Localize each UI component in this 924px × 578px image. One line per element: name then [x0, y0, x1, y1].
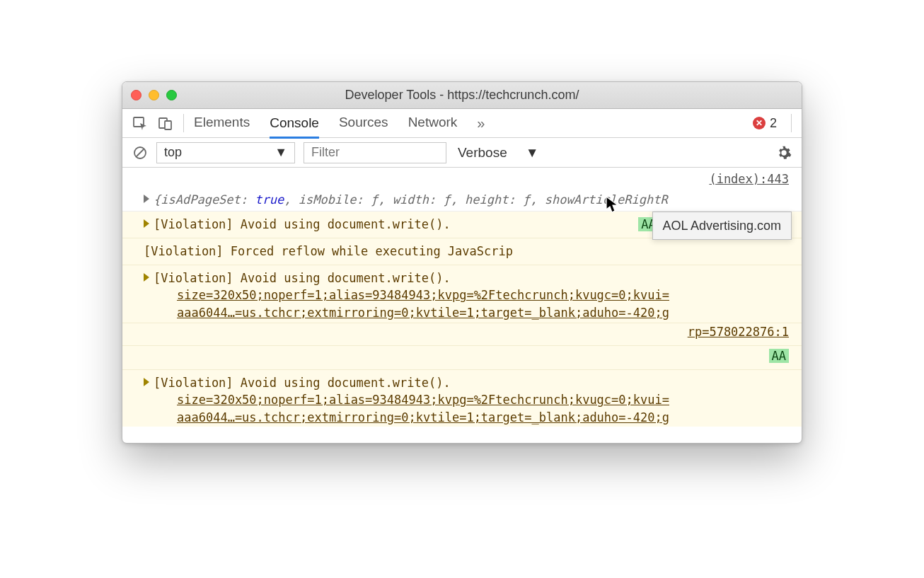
log-text: [Violation] Avoid using document.write()… [154, 376, 451, 390]
inspect-element-icon[interactable] [132, 115, 148, 131]
source-link[interactable]: (index):443 [709, 170, 789, 188]
expand-arrow-icon[interactable] [144, 273, 149, 282]
minimize-button[interactable] [149, 90, 159, 100]
tab-elements[interactable]: Elements [194, 115, 250, 132]
filter-input[interactable] [304, 142, 446, 163]
clear-console-icon[interactable] [132, 145, 148, 161]
url-fragment[interactable]: size=320x50;noperf=1;alias=93484943;kvpg… [144, 393, 669, 407]
log-row-object[interactable]: {isAdPageSet: true, isMobile: ƒ, width: … [122, 188, 802, 212]
device-toolbar-icon[interactable] [158, 115, 173, 131]
attribution-tooltip: AOL Advertising.com [652, 212, 792, 240]
error-count: 2 [770, 116, 777, 131]
level-value: Verbose [458, 145, 507, 161]
tab-network[interactable]: Network [408, 115, 458, 132]
devtools-window: Developer Tools - https://techcrunch.com… [122, 81, 802, 444]
chevron-down-icon: ▼ [275, 145, 287, 160]
zoom-button[interactable] [166, 90, 177, 100]
url-fragment[interactable]: aaa6044…=us.tchcr;extmirroring=0;kvtile=… [144, 306, 669, 320]
log-row-violation[interactable]: [Violation] Forced reflow while executin… [122, 238, 802, 265]
titlebar: Developer Tools - https://techcrunch.com… [122, 82, 802, 109]
tab-console[interactable]: Console [270, 115, 319, 139]
divider [791, 114, 792, 132]
tabbar: Elements Console Sources Network » ✕ 2 [122, 109, 802, 138]
url-fragment[interactable]: rp=578022876:1 [688, 325, 789, 339]
error-icon: ✕ [753, 117, 766, 129]
svg-line-4 [137, 149, 144, 156]
log-level-select[interactable]: Verbose ▼ [458, 145, 539, 161]
divider [183, 114, 184, 132]
traffic-lights [131, 90, 177, 100]
svg-rect-2 [165, 121, 171, 129]
close-button[interactable] [131, 90, 142, 100]
error-count-badge[interactable]: ✕ 2 [753, 116, 777, 131]
log-text: [Violation] Avoid using document.write()… [154, 271, 451, 285]
url-fragment[interactable]: aaa6044…=us.tchcr;extmirroring=0;kvtile=… [144, 410, 669, 424]
log-row-violation[interactable]: [Violation] Avoid using document.write()… [122, 370, 802, 427]
settings-icon[interactable] [776, 145, 792, 161]
expand-arrow-icon[interactable] [144, 219, 149, 228]
log-row-violation[interactable]: [Violation] Avoid using document.write()… [122, 265, 802, 324]
attribution-badge[interactable]: AA [769, 349, 789, 363]
console-toolbar: top ▼ Verbose ▼ [122, 138, 802, 168]
more-tabs-chevron[interactable]: » [477, 115, 485, 132]
console-body: (index):443 {isAdPageSet: true, isMobile… [122, 168, 802, 427]
log-row-badge: AA [122, 346, 802, 370]
log-row-continuation: rp=578022876:1 [122, 323, 802, 346]
tab-sources[interactable]: Sources [339, 115, 388, 132]
context-value: top [164, 145, 182, 160]
expand-arrow-icon[interactable] [144, 378, 149, 386]
window-title: Developer Tools - https://techcrunch.com… [122, 88, 802, 103]
log-source-row: (index):443 [122, 168, 802, 170]
chevron-down-icon: ▼ [526, 145, 539, 161]
log-text: [Violation] Avoid using document.write()… [154, 217, 451, 231]
log-text: [Violation] Forced reflow while executin… [144, 244, 513, 258]
context-select[interactable]: top ▼ [156, 142, 295, 163]
expand-arrow-icon[interactable] [144, 195, 149, 203]
url-fragment[interactable]: size=320x50;noperf=1;alias=93484943;kvpg… [144, 288, 669, 302]
